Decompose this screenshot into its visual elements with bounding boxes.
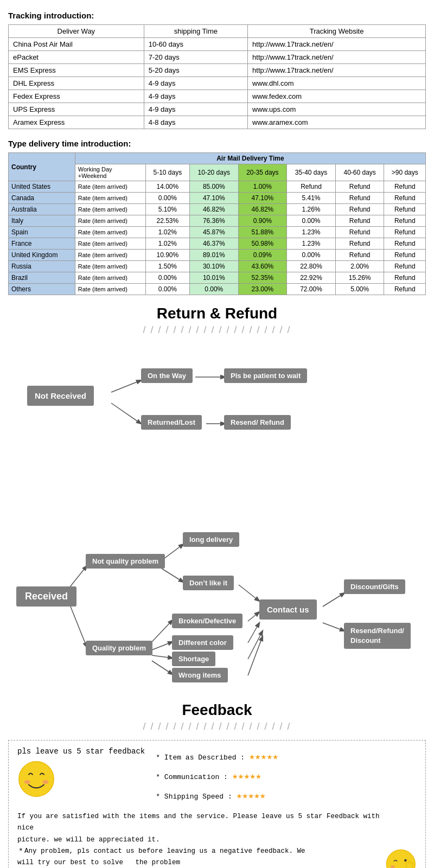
delivery-rate-label: Rate (item arrived)	[75, 261, 145, 272]
delivery-90plus: Refund	[384, 215, 426, 227]
delivery-10-20: 30.10%	[189, 261, 238, 272]
delivery-5-10: 1.02%	[145, 227, 189, 238]
svg-line-13	[248, 612, 259, 621]
delivery-rate-label: Rate (item arrived)	[75, 272, 145, 284]
tracking-cell: 4-9 days	[144, 90, 247, 103]
delivery-40-60: 2.00%	[335, 261, 384, 272]
delivery-country: Canada	[9, 193, 75, 204]
delivery-country: Italy	[9, 215, 75, 227]
delivery-5-10: 0.00%	[145, 284, 189, 295]
col-deliver-way: Deliver Way	[9, 25, 144, 38]
tracking-title: Tracking introduction:	[8, 11, 426, 20]
feedback-section: Feedback / / / / / / / / / / / / / / / /…	[8, 701, 426, 868]
delivery-rate-label: Rate (item arrived)	[75, 204, 145, 215]
delivery-country: Russia	[9, 261, 75, 272]
tracking-cell: www.dhl.com	[248, 77, 426, 90]
delivery-country: United States	[9, 181, 75, 193]
tracking-cell: 7-20 days	[144, 51, 247, 64]
quality-problem-box: Quality problem	[86, 641, 152, 655]
delivery-rate-label: Rate (item arrived)	[75, 193, 145, 204]
delivery-35-40: 1.23%	[287, 227, 336, 238]
tracking-cell: 5-20 days	[144, 64, 247, 77]
delivery-20-35: 43.60%	[238, 261, 287, 272]
delivery-90plus: Refund	[384, 193, 426, 204]
delivery-35-40: 22.92%	[287, 272, 336, 284]
tracking-cell: 4-8 days	[144, 116, 247, 129]
delivery-5-10: 0.00%	[145, 193, 189, 204]
delivery-20-35: 51.88%	[238, 227, 287, 238]
delivery-5-10: 10.90%	[145, 250, 189, 261]
delivery-90plus: Refund	[384, 250, 426, 261]
svg-line-9	[152, 642, 173, 650]
delivery-90plus: Refund	[384, 272, 426, 284]
delivery-rate-label: Rate (item arrived)	[75, 284, 145, 295]
delivery-5-10: 0.00%	[145, 272, 189, 284]
tracking-cell: www.aramex.com	[248, 116, 426, 129]
contact-us-box[interactable]: Contact us	[259, 599, 317, 620]
col-10-20: 10-20 days	[189, 164, 238, 181]
feedback-ratings: * Item as Described : ★★★★★ * Communicat…	[156, 747, 278, 806]
delivery-10-20: 47.10%	[189, 193, 238, 204]
feedback-line-2: picture. we will be appreciated it.	[17, 834, 385, 846]
col-working-day: Working Day+Weekend	[75, 164, 145, 181]
svg-point-21	[42, 780, 48, 784]
delivery-country: Spain	[9, 227, 75, 238]
delivery-rate-label: Rate (item arrived)	[75, 215, 145, 227]
tracking-cell: DHL Express	[9, 77, 144, 90]
tracking-cell: http://www.17track.net/en/	[248, 64, 426, 77]
pls-patient-box: Pls be patient to wait	[224, 368, 307, 383]
svg-line-17	[323, 593, 344, 607]
svg-point-24	[391, 865, 395, 868]
tracking-cell: www.ups.com	[248, 103, 426, 116]
svg-point-20	[24, 780, 30, 784]
delivery-country: Australia	[9, 204, 75, 215]
feedback-item-shipping: * Shipping Speed : ★★★★★	[156, 786, 278, 806]
delivery-rate-label: Rate (item arrived)	[75, 238, 145, 250]
svg-line-8	[152, 620, 173, 642]
delivery-90plus: Refund	[384, 227, 426, 238]
svg-line-4	[69, 566, 87, 588]
feedback-star-num: 5	[76, 747, 81, 756]
not-received-flow: Not Received On the Way Pls be patient t…	[11, 343, 423, 517]
resend-refund-box: Resend/ Refund	[224, 415, 291, 430]
tracking-cell: http://www.17track.net/en/	[248, 51, 426, 64]
col-20-35: 20-35 days	[238, 164, 287, 181]
delivery-35-40: 5.41%	[287, 193, 336, 204]
feedback-line-4: will try our best to solve the problem	[17, 857, 385, 868]
col-40-60: 40-60 days	[335, 164, 384, 181]
feedback-item-communication: * Communication : ★★★★★	[156, 767, 278, 786]
delivery-country: France	[9, 238, 75, 250]
delivery-35-40: 1.26%	[287, 204, 336, 215]
delivery-90plus: Refund	[384, 181, 426, 193]
smiley-face-icon	[17, 760, 55, 798]
delivery-35-40: Refund	[287, 181, 336, 193]
feedback-leave-text: pls leave us 5 star feedback	[17, 747, 145, 756]
delivery-country: United Kingdom	[9, 250, 75, 261]
returned-lost-box: Returned/Lost	[141, 415, 202, 430]
delivery-rate-label: Rate (item arrived)	[75, 181, 145, 193]
svg-line-15	[248, 631, 263, 659]
delivery-rate-label: Rate (item arrived)	[75, 227, 145, 238]
delivery-5-10: 1.50%	[145, 261, 189, 272]
delivery-20-35: 47.10%	[238, 193, 287, 204]
broken-box: Broken/Defective	[172, 614, 242, 628]
delivery-20-35: 1.00%	[238, 181, 287, 193]
delivery-title: Type delivery time introduction:	[8, 139, 426, 148]
feedback-top: pls leave us 5 star feedback	[17, 747, 417, 806]
tracking-table: Deliver Way shipping Time Tracking Websi…	[8, 24, 426, 129]
shortage-box: Shortage	[172, 652, 215, 666]
feedback-item-described: * Item as Described : ★★★★★	[156, 747, 278, 767]
dont-like-box: Don’t like it	[183, 576, 234, 590]
svg-line-0	[111, 380, 141, 392]
delivery-10-20: 76.36%	[189, 215, 238, 227]
col-airmail-header: Air Mail Delivery Time	[75, 153, 425, 164]
feedback-body-area: If you are satisfied with the items and …	[17, 811, 417, 868]
on-the-way-box: On the Way	[141, 368, 193, 383]
delivery-20-35: 0.90%	[238, 215, 287, 227]
svg-line-1	[111, 403, 141, 424]
refund-title: Return & Refund	[8, 305, 426, 322]
delivery-35-40: 22.80%	[287, 261, 336, 272]
delivery-10-20: 85.00%	[189, 181, 238, 193]
col-5-10: 5-10 days	[145, 164, 189, 181]
tracking-cell: 4-9 days	[144, 103, 247, 116]
